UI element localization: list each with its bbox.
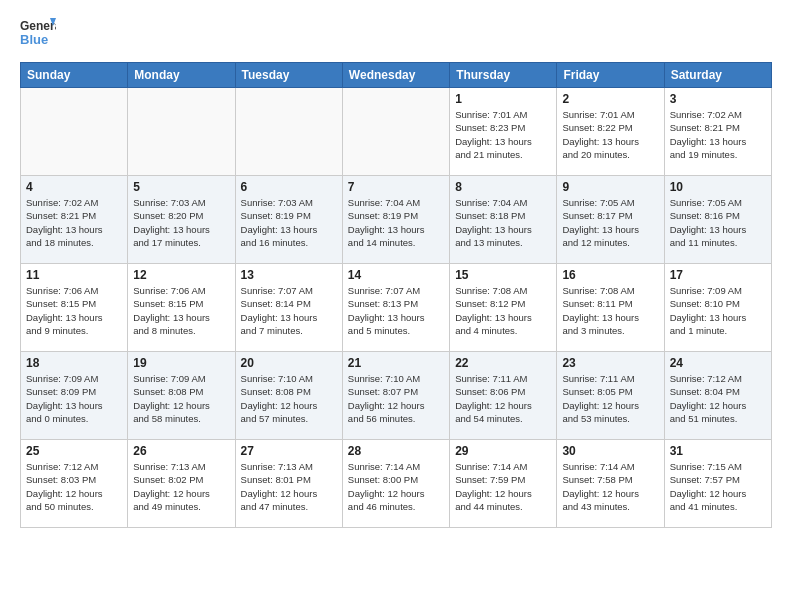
day-number: 30 bbox=[562, 444, 658, 458]
calendar-cell: 26Sunrise: 7:13 AM Sunset: 8:02 PM Dayli… bbox=[128, 440, 235, 528]
calendar-cell: 6Sunrise: 7:03 AM Sunset: 8:19 PM Daylig… bbox=[235, 176, 342, 264]
calendar-cell: 5Sunrise: 7:03 AM Sunset: 8:20 PM Daylig… bbox=[128, 176, 235, 264]
day-info: Sunrise: 7:09 AM Sunset: 8:08 PM Dayligh… bbox=[133, 372, 229, 425]
day-info: Sunrise: 7:03 AM Sunset: 8:19 PM Dayligh… bbox=[241, 196, 337, 249]
calendar-cell: 14Sunrise: 7:07 AM Sunset: 8:13 PM Dayli… bbox=[342, 264, 449, 352]
day-info: Sunrise: 7:01 AM Sunset: 8:23 PM Dayligh… bbox=[455, 108, 551, 161]
calendar-cell: 12Sunrise: 7:06 AM Sunset: 8:15 PM Dayli… bbox=[128, 264, 235, 352]
logo-svg: General Blue bbox=[20, 16, 56, 52]
day-number: 18 bbox=[26, 356, 122, 370]
day-info: Sunrise: 7:04 AM Sunset: 8:19 PM Dayligh… bbox=[348, 196, 444, 249]
day-number: 4 bbox=[26, 180, 122, 194]
day-info: Sunrise: 7:01 AM Sunset: 8:22 PM Dayligh… bbox=[562, 108, 658, 161]
calendar-cell: 1Sunrise: 7:01 AM Sunset: 8:23 PM Daylig… bbox=[450, 88, 557, 176]
calendar-cell bbox=[342, 88, 449, 176]
calendar-cell: 3Sunrise: 7:02 AM Sunset: 8:21 PM Daylig… bbox=[664, 88, 771, 176]
day-info: Sunrise: 7:14 AM Sunset: 8:00 PM Dayligh… bbox=[348, 460, 444, 513]
logo: General Blue bbox=[20, 16, 56, 52]
day-info: Sunrise: 7:10 AM Sunset: 8:08 PM Dayligh… bbox=[241, 372, 337, 425]
day-info: Sunrise: 7:09 AM Sunset: 8:10 PM Dayligh… bbox=[670, 284, 766, 337]
day-info: Sunrise: 7:02 AM Sunset: 8:21 PM Dayligh… bbox=[26, 196, 122, 249]
column-header-saturday: Saturday bbox=[664, 63, 771, 88]
calendar-cell: 19Sunrise: 7:09 AM Sunset: 8:08 PM Dayli… bbox=[128, 352, 235, 440]
day-info: Sunrise: 7:08 AM Sunset: 8:12 PM Dayligh… bbox=[455, 284, 551, 337]
day-info: Sunrise: 7:12 AM Sunset: 8:04 PM Dayligh… bbox=[670, 372, 766, 425]
calendar-cell: 17Sunrise: 7:09 AM Sunset: 8:10 PM Dayli… bbox=[664, 264, 771, 352]
day-info: Sunrise: 7:06 AM Sunset: 8:15 PM Dayligh… bbox=[133, 284, 229, 337]
day-number: 7 bbox=[348, 180, 444, 194]
day-info: Sunrise: 7:13 AM Sunset: 8:02 PM Dayligh… bbox=[133, 460, 229, 513]
calendar-week-5: 25Sunrise: 7:12 AM Sunset: 8:03 PM Dayli… bbox=[21, 440, 772, 528]
day-number: 10 bbox=[670, 180, 766, 194]
day-info: Sunrise: 7:14 AM Sunset: 7:58 PM Dayligh… bbox=[562, 460, 658, 513]
calendar-cell: 2Sunrise: 7:01 AM Sunset: 8:22 PM Daylig… bbox=[557, 88, 664, 176]
day-info: Sunrise: 7:02 AM Sunset: 8:21 PM Dayligh… bbox=[670, 108, 766, 161]
calendar-cell: 13Sunrise: 7:07 AM Sunset: 8:14 PM Dayli… bbox=[235, 264, 342, 352]
column-header-sunday: Sunday bbox=[21, 63, 128, 88]
calendar-cell: 31Sunrise: 7:15 AM Sunset: 7:57 PM Dayli… bbox=[664, 440, 771, 528]
calendar-cell: 23Sunrise: 7:11 AM Sunset: 8:05 PM Dayli… bbox=[557, 352, 664, 440]
day-info: Sunrise: 7:03 AM Sunset: 8:20 PM Dayligh… bbox=[133, 196, 229, 249]
day-number: 23 bbox=[562, 356, 658, 370]
calendar-cell: 7Sunrise: 7:04 AM Sunset: 8:19 PM Daylig… bbox=[342, 176, 449, 264]
calendar-cell: 27Sunrise: 7:13 AM Sunset: 8:01 PM Dayli… bbox=[235, 440, 342, 528]
calendar-cell: 8Sunrise: 7:04 AM Sunset: 8:18 PM Daylig… bbox=[450, 176, 557, 264]
day-number: 25 bbox=[26, 444, 122, 458]
day-info: Sunrise: 7:14 AM Sunset: 7:59 PM Dayligh… bbox=[455, 460, 551, 513]
day-info: Sunrise: 7:13 AM Sunset: 8:01 PM Dayligh… bbox=[241, 460, 337, 513]
day-number: 16 bbox=[562, 268, 658, 282]
day-number: 19 bbox=[133, 356, 229, 370]
calendar-cell: 9Sunrise: 7:05 AM Sunset: 8:17 PM Daylig… bbox=[557, 176, 664, 264]
calendar-cell: 29Sunrise: 7:14 AM Sunset: 7:59 PM Dayli… bbox=[450, 440, 557, 528]
calendar-cell bbox=[21, 88, 128, 176]
calendar-cell: 11Sunrise: 7:06 AM Sunset: 8:15 PM Dayli… bbox=[21, 264, 128, 352]
calendar-table: SundayMondayTuesdayWednesdayThursdayFrid… bbox=[20, 62, 772, 528]
day-number: 22 bbox=[455, 356, 551, 370]
day-number: 29 bbox=[455, 444, 551, 458]
column-header-wednesday: Wednesday bbox=[342, 63, 449, 88]
day-number: 12 bbox=[133, 268, 229, 282]
day-info: Sunrise: 7:09 AM Sunset: 8:09 PM Dayligh… bbox=[26, 372, 122, 425]
day-number: 17 bbox=[670, 268, 766, 282]
day-number: 2 bbox=[562, 92, 658, 106]
svg-text:General: General bbox=[20, 19, 56, 33]
calendar-cell: 25Sunrise: 7:12 AM Sunset: 8:03 PM Dayli… bbox=[21, 440, 128, 528]
svg-text:Blue: Blue bbox=[20, 32, 48, 47]
day-number: 8 bbox=[455, 180, 551, 194]
day-info: Sunrise: 7:07 AM Sunset: 8:14 PM Dayligh… bbox=[241, 284, 337, 337]
calendar-week-2: 4Sunrise: 7:02 AM Sunset: 8:21 PM Daylig… bbox=[21, 176, 772, 264]
calendar-header-row: SundayMondayTuesdayWednesdayThursdayFrid… bbox=[21, 63, 772, 88]
calendar-cell: 4Sunrise: 7:02 AM Sunset: 8:21 PM Daylig… bbox=[21, 176, 128, 264]
calendar-cell: 15Sunrise: 7:08 AM Sunset: 8:12 PM Dayli… bbox=[450, 264, 557, 352]
calendar-cell: 18Sunrise: 7:09 AM Sunset: 8:09 PM Dayli… bbox=[21, 352, 128, 440]
day-number: 1 bbox=[455, 92, 551, 106]
calendar-cell: 16Sunrise: 7:08 AM Sunset: 8:11 PM Dayli… bbox=[557, 264, 664, 352]
calendar-week-1: 1Sunrise: 7:01 AM Sunset: 8:23 PM Daylig… bbox=[21, 88, 772, 176]
day-number: 3 bbox=[670, 92, 766, 106]
column-header-friday: Friday bbox=[557, 63, 664, 88]
day-info: Sunrise: 7:04 AM Sunset: 8:18 PM Dayligh… bbox=[455, 196, 551, 249]
day-number: 20 bbox=[241, 356, 337, 370]
column-header-thursday: Thursday bbox=[450, 63, 557, 88]
day-number: 28 bbox=[348, 444, 444, 458]
day-info: Sunrise: 7:08 AM Sunset: 8:11 PM Dayligh… bbox=[562, 284, 658, 337]
day-info: Sunrise: 7:15 AM Sunset: 7:57 PM Dayligh… bbox=[670, 460, 766, 513]
day-info: Sunrise: 7:11 AM Sunset: 8:05 PM Dayligh… bbox=[562, 372, 658, 425]
calendar-cell: 21Sunrise: 7:10 AM Sunset: 8:07 PM Dayli… bbox=[342, 352, 449, 440]
day-number: 5 bbox=[133, 180, 229, 194]
calendar-week-4: 18Sunrise: 7:09 AM Sunset: 8:09 PM Dayli… bbox=[21, 352, 772, 440]
calendar-body: 1Sunrise: 7:01 AM Sunset: 8:23 PM Daylig… bbox=[21, 88, 772, 528]
page-header: General Blue bbox=[20, 16, 772, 52]
day-info: Sunrise: 7:11 AM Sunset: 8:06 PM Dayligh… bbox=[455, 372, 551, 425]
day-number: 27 bbox=[241, 444, 337, 458]
day-number: 21 bbox=[348, 356, 444, 370]
day-info: Sunrise: 7:10 AM Sunset: 8:07 PM Dayligh… bbox=[348, 372, 444, 425]
day-info: Sunrise: 7:12 AM Sunset: 8:03 PM Dayligh… bbox=[26, 460, 122, 513]
column-header-tuesday: Tuesday bbox=[235, 63, 342, 88]
day-number: 31 bbox=[670, 444, 766, 458]
calendar-cell: 22Sunrise: 7:11 AM Sunset: 8:06 PM Dayli… bbox=[450, 352, 557, 440]
calendar-cell: 28Sunrise: 7:14 AM Sunset: 8:00 PM Dayli… bbox=[342, 440, 449, 528]
calendar-cell bbox=[128, 88, 235, 176]
column-header-monday: Monday bbox=[128, 63, 235, 88]
calendar-week-3: 11Sunrise: 7:06 AM Sunset: 8:15 PM Dayli… bbox=[21, 264, 772, 352]
